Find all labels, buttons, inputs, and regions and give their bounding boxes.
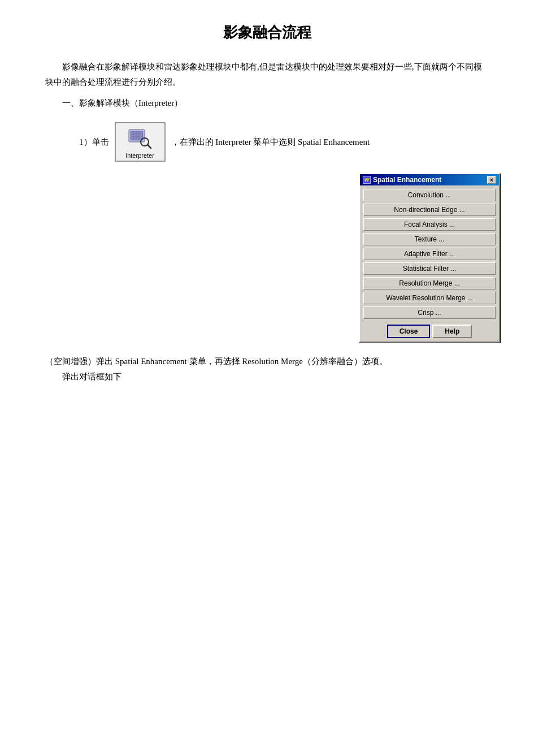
- interpreter-icon-graphic: [123, 126, 157, 151]
- svg-rect-1: [131, 131, 143, 140]
- dialog-title: Spatial Enhancement: [373, 176, 441, 184]
- spatial-enhancement-dialog: W Spatial Enhancement × Convolution ... …: [359, 173, 500, 343]
- dialog-footer-close-button[interactable]: Close: [387, 325, 431, 338]
- focal-analysis-button[interactable]: Focal Analysis ...: [363, 218, 496, 231]
- dialog-footer: Close Help: [360, 322, 499, 342]
- caption-area: （空间增强）弹出 Spatial Enhancement 菜单，再选择 Reso…: [45, 354, 489, 385]
- interpreter-icon-label: Interpreter: [125, 152, 154, 159]
- caption-line1: （空间增强）弹出 Spatial Enhancement 菜单，再选择 Reso…: [45, 354, 489, 369]
- step1-suffix: ，在弹出的 Interpreter 菜单中选则 Spatial Enhancem…: [171, 137, 370, 148]
- dialog-close-button[interactable]: ×: [487, 176, 496, 184]
- dialog-titlebar: W Spatial Enhancement ×: [360, 174, 499, 185]
- caption1-text: （空间增强）弹出 Spatial Enhancement 菜单: [45, 357, 206, 366]
- step1-area: 1）单击 Interpreter ，在弹出的 Interpreter 菜单中选则…: [79, 122, 489, 162]
- interpreter-icon-button[interactable]: Interpreter: [115, 122, 166, 162]
- non-directional-edge-button[interactable]: Non-directional Edge ...: [363, 204, 496, 216]
- statistical-filter-button[interactable]: Statistical Filter ...: [363, 262, 496, 275]
- step1-prefix: 1）单击: [79, 137, 109, 148]
- wavelet-resolution-merge-button[interactable]: Wavelet Resolution Merge ...: [363, 292, 496, 304]
- intro-paragraph: 影像融合在影象解译模块和雷达影象处理模块中都有,但是雷达模块中的处理效果要相对好…: [45, 59, 489, 90]
- adaptive-filter-button[interactable]: Adaptive Filter ...: [363, 248, 496, 260]
- svg-line-8: [147, 145, 151, 148]
- dialog-container: W Spatial Enhancement × Convolution ... …: [45, 173, 500, 343]
- dialog-body: Convolution ... Non-directional Edge ...…: [360, 185, 499, 322]
- dialog-titlebar-left: W Spatial Enhancement: [363, 176, 441, 184]
- crisp-button[interactable]: Crisp ...: [363, 306, 496, 319]
- page-title: 影象融合流程: [45, 23, 489, 42]
- convolution-button[interactable]: Convolution ...: [363, 189, 496, 201]
- caption-line2: 弹出对话框如下: [45, 369, 489, 385]
- dialog-footer-help-button[interactable]: Help: [432, 325, 472, 338]
- dialog-icon: W: [363, 176, 371, 184]
- resolution-merge-button[interactable]: Resolution Merge ...: [363, 277, 496, 290]
- interpreter-svg: [126, 127, 154, 149]
- section1-label: 一、影象解译模块（Interpreter）: [45, 96, 489, 111]
- texture-button[interactable]: Texture ...: [363, 233, 496, 245]
- caption2-text: ，再选择 Resolution Merge（分辨率融合）选项。: [206, 357, 388, 366]
